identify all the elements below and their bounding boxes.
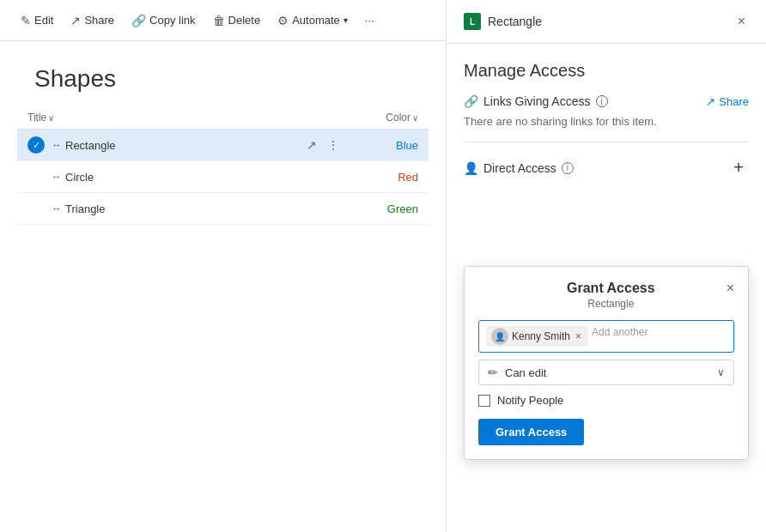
manage-access-title: Manage Access <box>447 44 766 94</box>
sort-icon: ∨ <box>412 113 418 123</box>
person-section-icon: 👤 <box>464 161 478 175</box>
automate-chevron-icon: ▾ <box>343 15 348 25</box>
links-title-group: 🔗 Links Giving Access i <box>464 94 608 108</box>
table-row[interactable]: ✓ ↔ Rectangle ↗ ⋮ Blue <box>17 130 429 161</box>
share-icon: ↗ <box>706 95 715 108</box>
color-column-header: Color ∨ <box>350 112 418 124</box>
links-empty-text: There are no sharing links for this item… <box>464 115 749 128</box>
links-section-header: 🔗 Links Giving Access i ↗ Share <box>464 94 749 108</box>
link-icon: 🔗 <box>131 14 146 27</box>
right-panel: L Rectangle × Manage Access 🔗 Links Givi… <box>447 0 766 532</box>
delete-button[interactable]: 🗑 Delete <box>206 10 268 31</box>
notify-label: Notify People <box>497 394 563 407</box>
list-container: Title ∨ Color ∨ ✓ ↔ Rectangle ↗ ⋮ Blue ↔ <box>0 106 446 532</box>
panel-title-row: L Rectangle <box>464 13 542 30</box>
share-icon: ↗ <box>70 14 81 27</box>
notify-row: Notify People <box>478 394 734 407</box>
row-actions: ↗ ⋮ <box>303 136 343 154</box>
list-header: Title ∨ Color ∨ <box>17 106 429 130</box>
add-direct-access-button[interactable]: + <box>728 156 749 179</box>
links-section-title: Links Giving Access <box>483 94 591 108</box>
direct-access-section: 👤 Direct Access i + <box>447 156 766 200</box>
row-color: Red <box>350 171 418 184</box>
row-check-icon: ✓ <box>27 136 45 154</box>
panel-close-button[interactable]: × <box>734 10 749 33</box>
grant-access-button[interactable]: Grant Access <box>478 419 584 445</box>
row-item-icon: ↔ <box>52 203 62 215</box>
permission-dropdown[interactable]: ✏ Can edit ∨ <box>478 360 734 385</box>
toolbar: ✎ Edit ↗ Share 🔗 Copy link 🗑 Delete ⚙ Au… <box>0 0 446 41</box>
permission-chevron-icon: ∨ <box>717 366 725 378</box>
row-check-empty <box>27 200 45 217</box>
file-icon: L <box>464 13 481 30</box>
links-giving-access-section: 🔗 Links Giving Access i ↗ Share There ar… <box>447 94 766 142</box>
permission-edit-icon: ✏ <box>488 366 498 379</box>
chip-name: Kenny Smith <box>512 330 570 342</box>
row-name: Circle <box>65 171 350 184</box>
grant-access-popup: Grant Access Rectangle × 👤 Kenny Smith ×… <box>464 266 749 460</box>
delete-icon: 🗑 <box>213 14 225 27</box>
row-check-empty <box>27 168 45 185</box>
link-section-icon: 🔗 <box>464 94 478 108</box>
panel-filename: Rectangle <box>488 15 542 28</box>
panel-header: L Rectangle × <box>447 0 766 44</box>
edit-icon: ✎ <box>21 14 31 27</box>
row-name: Rectangle <box>65 139 303 152</box>
automate-icon: ⚙ <box>277 14 289 27</box>
row-name: Triangle <box>65 203 350 215</box>
more-button[interactable]: ··· <box>358 10 381 30</box>
popup-subtitle: Rectangle <box>495 298 726 310</box>
direct-access-title: Direct Access <box>483 161 556 175</box>
edit-button[interactable]: ✎ Edit <box>14 10 60 31</box>
row-item-icon: ↔ <box>52 171 62 183</box>
links-info-icon[interactable]: i <box>596 95 608 107</box>
direct-access-header: 👤 Direct Access i + <box>464 156 749 179</box>
page-title: Shapes <box>0 41 446 106</box>
chip-remove-button[interactable]: × <box>574 331 583 342</box>
share-button[interactable]: ↗ Share <box>64 10 121 31</box>
table-row[interactable]: ↔ Circle Red <box>17 161 429 193</box>
popup-title-group: Grant Access Rectangle <box>495 281 726 310</box>
row-color: Blue <box>350 139 418 152</box>
left-panel: ✎ Edit ↗ Share 🔗 Copy link 🗑 Delete ⚙ Au… <box>0 0 447 532</box>
row-item-icon: ↔ <box>52 139 62 151</box>
links-share-button[interactable]: ↗ Share <box>706 95 749 108</box>
permission-label: Can edit <box>505 366 546 379</box>
row-more-button[interactable]: ⋮ <box>324 136 343 154</box>
popup-header: Grant Access Rectangle × <box>478 281 734 310</box>
copy-link-button[interactable]: 🔗 Copy link <box>125 10 202 31</box>
automate-button[interactable]: ⚙ Automate ▾ <box>271 10 355 31</box>
section-divider <box>464 142 749 142</box>
permission-select-left: ✏ Can edit <box>488 366 546 379</box>
table-row[interactable]: ↔ Triangle Green <box>17 193 429 225</box>
chip-avatar: 👤 <box>491 328 508 345</box>
title-column-header: Title ∨ <box>27 112 350 124</box>
notify-checkbox[interactable] <box>478 395 490 407</box>
popup-close-button[interactable]: × <box>726 281 734 296</box>
row-share-button[interactable]: ↗ <box>303 136 320 154</box>
popup-title: Grant Access <box>495 281 726 296</box>
add-another-placeholder: Add another <box>592 326 647 347</box>
direct-access-title-group: 👤 Direct Access i <box>464 161 574 175</box>
people-input[interactable]: 👤 Kenny Smith × Add another <box>478 320 734 353</box>
person-chip: 👤 Kenny Smith × <box>486 326 588 347</box>
sort-icon: ∨ <box>48 113 54 123</box>
direct-access-info-icon[interactable]: i <box>562 162 574 174</box>
row-color: Green <box>350 203 418 215</box>
